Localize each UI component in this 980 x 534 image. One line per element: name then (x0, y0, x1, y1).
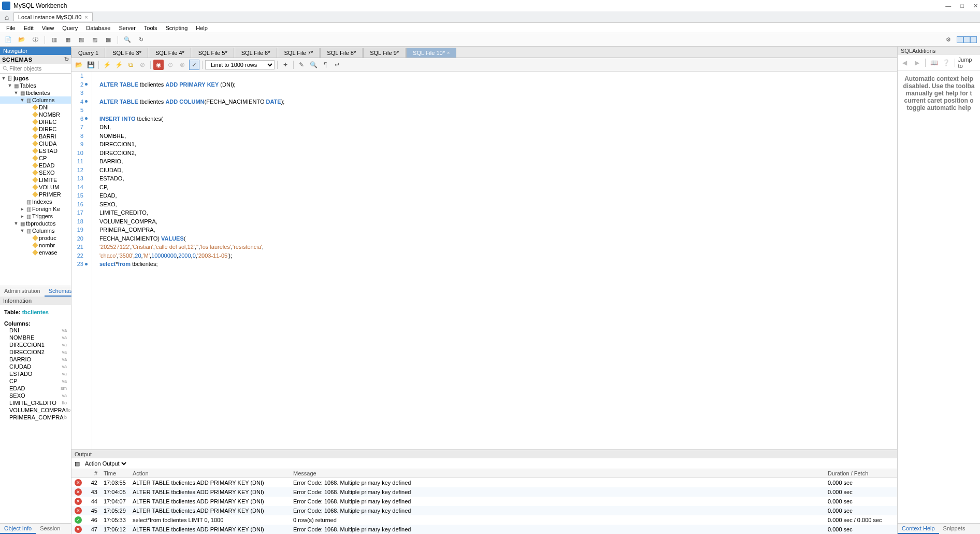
autocommit-icon[interactable]: ✓ (189, 60, 199, 70)
code-line[interactable] (99, 106, 284, 115)
menu-edit[interactable]: Edit (20, 24, 38, 32)
new-procedure-button[interactable]: ▨ (90, 35, 100, 45)
menu-query[interactable]: Query (58, 24, 82, 32)
tree-item[interactable]: ESTAD (0, 147, 71, 154)
close-button[interactable]: ✕ (973, 3, 978, 9)
limit-rows-select[interactable]: Limit to 1000 rows (205, 60, 275, 69)
rollback-icon[interactable]: ⊗ (177, 60, 188, 70)
code-line[interactable]: DNI, (99, 123, 284, 132)
query-tab[interactable]: SQL File 4* (149, 48, 191, 58)
new-schema-button[interactable]: ▥ (49, 35, 60, 45)
search-table-data-button[interactable]: 🔍 (122, 35, 133, 45)
tree-item[interactable]: ▼▦Tables (0, 82, 71, 89)
new-view-button[interactable]: ▧ (76, 35, 87, 45)
refresh-icon[interactable]: ↻ (64, 56, 69, 63)
tree-item[interactable]: ▸▥Foreign Ke (0, 205, 71, 213)
menu-file[interactable]: File (2, 24, 20, 32)
code-line[interactable]: EDAD, (99, 191, 284, 200)
new-function-button[interactable]: ▩ (103, 35, 113, 45)
stop-icon[interactable]: ⊘ (137, 60, 148, 70)
filter-objects-input[interactable] (0, 64, 71, 74)
inspector-button[interactable]: ⓘ (30, 35, 40, 45)
code-line[interactable]: NOMBRE, (99, 132, 284, 140)
tree-item[interactable]: ▼▦tbproductos (0, 220, 71, 227)
code-line[interactable]: BARRIO, (99, 157, 284, 166)
code-line[interactable]: ALTER TABLE tbclientes ADD COLUMN(FECHA_… (99, 97, 284, 106)
settings-icon[interactable]: ⚙ (943, 35, 954, 45)
tree-item[interactable]: CIUDA (0, 140, 71, 147)
editor-code[interactable]: ALTER TABLE tbclientes ADD PRIMARY KEY (… (92, 72, 284, 449)
code-line[interactable]: DIRECCION1, (99, 140, 284, 149)
tab-administration[interactable]: Administration (0, 286, 45, 297)
code-line[interactable] (99, 72, 284, 80)
output-rows[interactable]: ✕4217:03:55ALTER TABLE tbclientes ADD PR… (71, 478, 897, 534)
connection-tab[interactable]: Local instance MySQL80 × (13, 12, 93, 21)
output-row[interactable]: ✕4517:05:29ALTER TABLE tbclientes ADD PR… (71, 506, 897, 515)
tree-item[interactable]: SEXO (0, 169, 71, 176)
save-icon[interactable]: 💾 (85, 60, 96, 70)
tree-item[interactable]: LIMITE (0, 176, 71, 184)
output-row[interactable]: ✕4417:04:07ALTER TABLE tbclientes ADD PR… (71, 497, 897, 506)
menu-scripting[interactable]: Scripting (162, 24, 192, 32)
output-row[interactable]: ✕4317:04:05ALTER TABLE tbclientes ADD PR… (71, 487, 897, 497)
tree-item[interactable]: VOLUM (0, 184, 71, 191)
code-line[interactable]: CP, (99, 183, 284, 192)
code-line[interactable]: CIUDAD, (99, 166, 284, 175)
jump-to-label[interactable]: Jump to (958, 57, 978, 69)
query-tab[interactable]: SQL File 7* (278, 48, 320, 58)
query-tab[interactable]: SQL File 3* (106, 48, 148, 58)
maximize-button[interactable]: □ (960, 3, 964, 9)
auto-help-icon[interactable]: 📖 (929, 58, 939, 68)
code-line[interactable]: LIMITE_CREDITO, (99, 208, 284, 217)
menu-server[interactable]: Server (114, 24, 139, 32)
menu-database[interactable]: Database (82, 24, 114, 32)
code-line[interactable]: SEXO, (99, 200, 284, 209)
menu-tools[interactable]: Tools (140, 24, 162, 32)
code-line[interactable]: 'chaco','3500',20,'M',10000000,2000,0,'2… (99, 251, 284, 260)
close-icon[interactable]: × (447, 50, 450, 55)
wrap-icon[interactable]: ↵ (332, 60, 342, 70)
tree-item[interactable]: ▼▥Columns (0, 227, 71, 234)
sql-editor[interactable]: 1234567891011121314151617181920212223 AL… (71, 72, 897, 449)
code-line[interactable]: PRIMERA_COMPRA, (99, 226, 284, 234)
menu-help[interactable]: Help (192, 24, 212, 32)
manual-help-icon[interactable]: ❔ (941, 58, 952, 68)
panel-toggle[interactable] (957, 36, 977, 43)
find-icon[interactable]: ✎ (296, 60, 307, 70)
search-icon[interactable]: 🔍 (308, 60, 319, 70)
tab-object-info[interactable]: Object Info (0, 524, 36, 534)
explain-icon[interactable]: ⧉ (125, 60, 136, 70)
tree-item[interactable]: ▼▥Columns (0, 96, 71, 104)
output-row[interactable]: ✓4617:05:33select*from tbclientes LIMIT … (71, 515, 897, 525)
output-row[interactable]: ✕4717:06:12ALTER TABLE tbclientes ADD PR… (71, 525, 897, 534)
tree-item[interactable]: CP (0, 154, 71, 162)
reconnect-button[interactable]: ↻ (136, 35, 146, 45)
execute-current-icon[interactable]: ⚡ (113, 60, 124, 70)
tree-item[interactable]: produc (0, 234, 71, 242)
tree-item[interactable]: PRIMER (0, 191, 71, 198)
invisible-chars-icon[interactable]: ¶ (320, 60, 330, 70)
tree-item[interactable]: ▼🗄jugos (0, 75, 71, 82)
code-line[interactable]: '202527122','Cristian','calle del sol,12… (99, 243, 284, 251)
query-tab[interactable]: SQL File 6* (235, 48, 277, 58)
tree-item[interactable]: DIREC (0, 125, 71, 133)
output-row[interactable]: ✕4217:03:55ALTER TABLE tbclientes ADD PR… (71, 478, 897, 487)
beautify-icon[interactable]: ✦ (280, 60, 291, 70)
back-icon[interactable]: ◀ (900, 58, 910, 68)
code-line[interactable]: select*from tbclientes; (99, 260, 284, 269)
tree-item[interactable]: ▸▥Triggers (0, 213, 71, 220)
tree-item[interactable]: DIREC (0, 118, 71, 125)
code-line[interactable]: INSERT INTO tbclientes( (99, 115, 284, 123)
new-sql-tab-button[interactable]: 📄 (3, 35, 13, 45)
code-line[interactable] (99, 89, 284, 97)
menu-view[interactable]: View (38, 24, 59, 32)
open-sql-button[interactable]: 📂 (17, 35, 27, 45)
tree-item[interactable]: ▼▦tbclientes (0, 89, 71, 96)
schema-tree[interactable]: ▼🗄jugos▼▦Tables▼▦tbclientes▼▥ColumnsDNIN… (0, 74, 71, 286)
tree-item[interactable]: NOMBR (0, 111, 71, 118)
tree-item[interactable]: envase (0, 249, 71, 256)
tree-item[interactable]: nombr (0, 242, 71, 249)
code-line[interactable]: FECHA_NACIMIENTO) VALUES( (99, 234, 284, 243)
tree-item[interactable]: EDAD (0, 162, 71, 169)
tab-context-help[interactable]: Context Help (898, 524, 939, 534)
